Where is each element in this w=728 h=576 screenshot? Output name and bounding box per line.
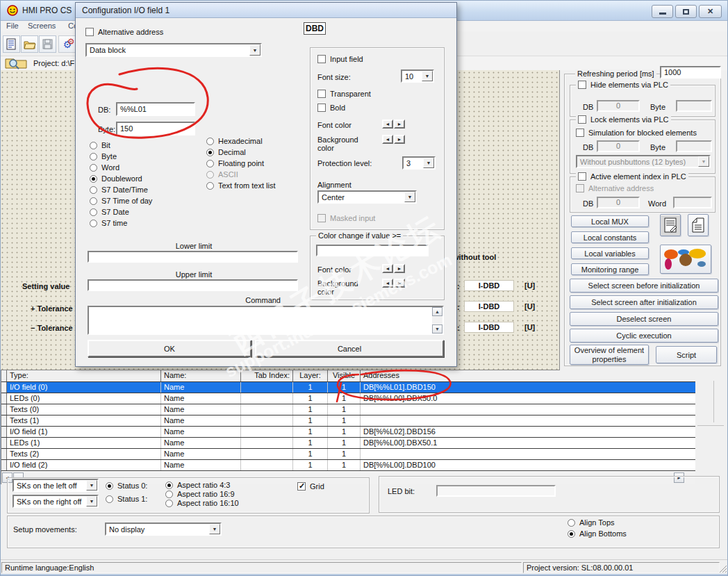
radio-text-from-list[interactable]: Text from text list [206, 181, 276, 190]
active-element-checkbox[interactable] [578, 172, 586, 181]
byte-input[interactable]: 150 [116, 122, 195, 135]
radio-s7-timeofday[interactable]: S7 Time of day [90, 197, 152, 205]
notes-edit-button[interactable] [660, 214, 681, 236]
header-layer[interactable]: Layer: [293, 370, 328, 381]
radio-s7-date[interactable]: S7 Date [90, 208, 129, 216]
grid-checkbox-row[interactable]: Grid [297, 482, 324, 491]
radio-hexadecimal[interactable]: Hexadecimal [206, 137, 263, 145]
cancel-button[interactable]: Cancel [255, 340, 444, 357]
save-button[interactable] [39, 35, 56, 53]
header-tab-index[interactable]: Tab Index: [241, 370, 293, 381]
sks-left-dropdown[interactable]: SKs on the left off▼ [13, 479, 99, 492]
db-input[interactable]: %%L01 [116, 102, 195, 116]
header-addresses[interactable]: Addresses [361, 370, 695, 381]
select-screen-after-button[interactable]: Select screen after initialization [570, 295, 718, 309]
color-change-value-input[interactable] [316, 245, 429, 256]
table-row[interactable]: LEDs (1)Name11DB[%%L00].DBX50.1 [1, 438, 695, 449]
table-row[interactable]: I/O field (2)Name11DB[%%L00].DBD100 [1, 460, 695, 471]
setup-movements-dropdown[interactable]: No display▼ [105, 522, 222, 536]
dialog-titlebar[interactable]: Configuration I/O field 1 [76, 3, 456, 18]
table-row[interactable]: Texts (2)Name11 [1, 449, 695, 460]
scroll-up-icon[interactable]: ▲ [432, 307, 442, 316]
select-screen-before-button[interactable]: Select screen before initialization [570, 279, 718, 293]
radio-floating-point[interactable]: Floating point [206, 159, 264, 167]
radio-word[interactable]: Word [90, 163, 119, 172]
canvas-io-field-1[interactable]: I-DBD [464, 280, 514, 291]
scroll-down-icon[interactable]: ▼ [432, 324, 442, 334]
background-color-spinner[interactable]: ◄► [382, 135, 405, 144]
maximize-button[interactable] [675, 5, 697, 18]
radio-s7-datetime[interactable]: S7 Date/Time [90, 186, 148, 194]
hide-elements-row[interactable]: Hide elements via PLC [576, 81, 670, 89]
align-bottoms-radio-row[interactable]: Align Bottoms [568, 529, 627, 538]
font-size-dropdown[interactable]: 10▼ [401, 69, 434, 83]
input-field-row[interactable]: Input field [317, 55, 363, 63]
lock-elements-checkbox[interactable] [578, 115, 586, 124]
canvas-io-field-3[interactable]: I-DBD [464, 322, 514, 333]
canvas-io-field-2[interactable]: I-DBD [464, 301, 514, 312]
aspect-1610-radio-row[interactable]: Aspect ratio 16:10 [165, 499, 239, 507]
radio-decimal[interactable]: Decimal [206, 148, 246, 156]
table-row[interactable]: Texts (1)Name11 [1, 415, 695, 427]
upper-limit-input[interactable] [88, 279, 298, 291]
deselect-screen-button[interactable]: Deselect screen [570, 312, 718, 326]
table-row[interactable]: LEDs (0)Name11DB[%%L00].DBX50.0 [1, 393, 695, 404]
menu-screens[interactable]: Screens [28, 22, 56, 30]
aspect-43-radio-row[interactable]: Aspect ratio 4:3 [165, 481, 230, 489]
header-visible[interactable]: Visible [328, 370, 361, 381]
input-field-checkbox[interactable] [317, 55, 326, 63]
overview-properties-button[interactable]: Overview of element properties [570, 345, 649, 365]
radio-bit[interactable]: Bit [90, 141, 110, 149]
status0-radio-row[interactable]: Status 0: [106, 482, 147, 490]
sks-right-dropdown[interactable]: SKs on the right off▼ [13, 495, 99, 508]
command-scrollbar[interactable]: ▲ ▼ [432, 307, 442, 334]
align-tops-radio-row[interactable]: Align Tops [568, 518, 615, 527]
refreshing-period-input[interactable]: 1000 [660, 66, 721, 79]
cc-background-color-spinner[interactable]: ◄► [382, 279, 405, 288]
settings-button[interactable]: ⚙ ⚙ [58, 35, 76, 53]
ok-button[interactable]: OK [88, 340, 251, 357]
alignment-dropdown[interactable]: Center▼ [317, 190, 417, 204]
transparent-row[interactable]: Transparent [317, 90, 371, 98]
simulation-row[interactable]: Simulation for blocked elements [576, 129, 697, 137]
table-row[interactable]: I/O field (0)Name11DB[%%L01].DBD150 [1, 382, 695, 393]
cyclic-execution-button[interactable]: Cyclic execution [570, 329, 718, 343]
table-row[interactable]: I/O field (1)Name11DB[%%L02].DBD156 [1, 427, 695, 438]
bold-row[interactable]: Bold [317, 104, 345, 112]
protection-level-dropdown[interactable]: 3▼ [402, 156, 436, 170]
active-element-row[interactable]: Active element index in PLC [576, 172, 688, 181]
local-constants-button[interactable]: Local constants [571, 231, 649, 243]
transparent-checkbox[interactable] [317, 90, 326, 98]
radio-doubleword[interactable]: Doubleword [90, 174, 142, 183]
open-file-button[interactable] [21, 35, 38, 53]
hide-elements-checkbox[interactable] [578, 81, 586, 89]
alternative-address-row[interactable]: Alternative address [85, 28, 163, 36]
lock-elements-row[interactable]: Lock elements via PLC [576, 115, 671, 124]
monitoring-range-button[interactable]: Monitoring range [571, 263, 649, 275]
new-file-button[interactable] [3, 35, 20, 53]
minimize-button[interactable] [652, 5, 673, 18]
header-name[interactable]: Name: [161, 370, 241, 381]
close-button[interactable]: ✕ [699, 5, 722, 18]
script-button[interactable]: Script [656, 346, 717, 363]
grid-checkbox[interactable] [297, 482, 306, 491]
radio-s7-time[interactable]: S7 time [90, 219, 127, 227]
cc-font-color-spinner[interactable]: ◄► [382, 264, 405, 273]
radio-byte[interactable]: Byte [90, 152, 117, 161]
bold-checkbox[interactable] [317, 104, 326, 112]
language-map-button[interactable] [660, 245, 711, 274]
resize-grip-icon[interactable] [720, 566, 727, 573]
font-color-spinner[interactable]: ◄► [382, 120, 405, 129]
status1-radio-row[interactable]: Status 1: [106, 495, 147, 503]
header-type[interactable]: Type: [7, 370, 161, 381]
menu-file[interactable]: File [6, 22, 19, 30]
address-type-dropdown[interactable]: Data block▼ [85, 43, 262, 57]
command-textarea[interactable]: ▲ ▼ [88, 306, 444, 335]
local-variables-button[interactable]: Local variables [571, 247, 649, 259]
notes-page-button[interactable] [688, 214, 709, 236]
aspect-169-radio-row[interactable]: Aspect ratio 16:9 [165, 490, 235, 498]
lower-limit-input[interactable] [88, 251, 298, 263]
simulation-checkbox[interactable] [576, 129, 584, 137]
table-row[interactable]: Texts (0)Name11 [1, 404, 695, 415]
local-mux-button[interactable]: Local MUX [571, 215, 649, 227]
